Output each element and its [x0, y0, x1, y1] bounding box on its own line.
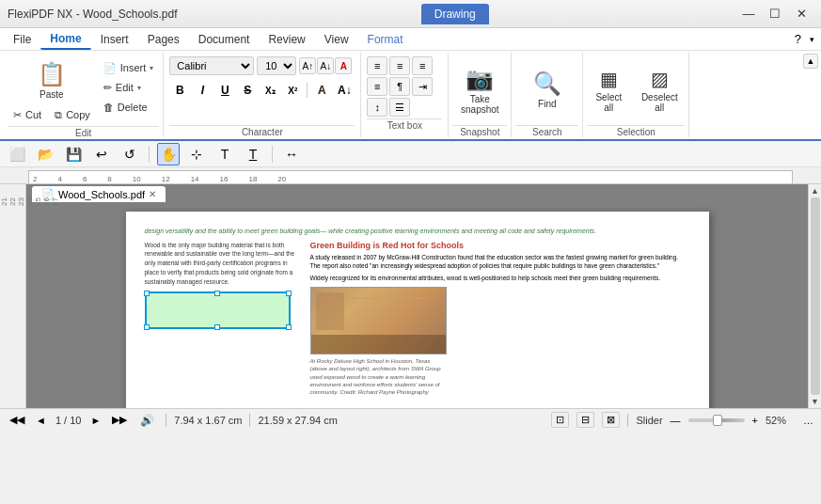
image-column	[316, 292, 344, 330]
menu-review[interactable]: Review	[259, 30, 314, 49]
undo-button[interactable]: ↩	[90, 143, 113, 165]
article-para2: Widely recognized for its environmental …	[310, 274, 690, 283]
menu-view[interactable]: View	[315, 30, 358, 49]
next-page-button[interactable]: ►	[88, 415, 103, 426]
font-color-button[interactable]: A	[335, 57, 352, 74]
scroll-down-button[interactable]: ▼	[811, 397, 819, 406]
selection-group-label: Selection	[587, 125, 685, 137]
deselect-all-button[interactable]: ▨ Deselect all	[634, 62, 685, 118]
text-tool-button[interactable]: T	[213, 143, 236, 165]
menu-pages[interactable]: Pages	[138, 30, 189, 49]
copy-icon: ⧉	[55, 109, 62, 121]
article-para1: A study released in 2007 by McGraw-Hill …	[310, 253, 690, 272]
font-size-select[interactable]: 10	[257, 56, 296, 75]
text-underline-tool-button[interactable]: T	[242, 143, 264, 165]
left-column-green-text: design versatility and the ability to me…	[145, 227, 690, 237]
snapshot-group-label: Snapshot	[452, 125, 507, 137]
delete-button[interactable]: 🗑 Delete	[98, 98, 160, 117]
select-tool-button[interactable]: ⬜	[6, 143, 28, 165]
superscript-button[interactable]: X²	[282, 81, 303, 100]
find-button[interactable]: 🔍 Find	[521, 62, 574, 118]
handle-bc[interactable]	[214, 324, 220, 330]
clear-format-button[interactable]: A↓	[334, 81, 355, 100]
paste-button[interactable]: 📋 Paste	[8, 56, 96, 103]
italic-button[interactable]: I	[192, 81, 213, 100]
resize-tool-button[interactable]: ↔	[280, 143, 303, 165]
status-sep-3	[627, 414, 628, 427]
selection-container	[145, 291, 295, 329]
status-bar: ◀◀ ◄ 1 / 10 ► ▶▶ 🔊 7.94 x 1.67 cm 21.59 …	[0, 408, 821, 431]
zoom-plus-button[interactable]: +	[752, 415, 758, 426]
menu-home[interactable]: Home	[40, 29, 90, 50]
scroll-up-button[interactable]: ▲	[811, 186, 819, 196]
layout-2-button[interactable]: ⊟	[576, 412, 594, 428]
font-highlight-button[interactable]: A	[311, 81, 332, 100]
page-content: design versatility and the ability to me…	[126, 212, 709, 408]
align-left-button[interactable]: ≡	[367, 56, 387, 75]
prev-page-button[interactable]: ◄	[34, 415, 48, 426]
crosshair-tool-button[interactable]: ⊹	[185, 143, 208, 165]
copy-button[interactable]: ⧉Copy	[49, 105, 96, 124]
help-expand[interactable]: ▾	[807, 35, 817, 44]
handle-tr[interactable]	[286, 291, 292, 296]
layout-1-button[interactable]: ⊡	[551, 412, 569, 428]
image-floor	[311, 335, 446, 354]
font-shrink-button[interactable]: A↓	[317, 57, 334, 74]
vertical-scrollbar[interactable]: ▲ ▼	[808, 184, 821, 408]
list-button[interactable]: ☰	[389, 98, 410, 117]
open-file-button[interactable]: 📂	[34, 143, 56, 165]
more-button[interactable]: …	[803, 415, 813, 426]
image-beam	[330, 297, 424, 299]
line-spacing-button[interactable]: ↕	[367, 98, 387, 117]
selected-element[interactable]	[145, 291, 291, 329]
format-sep	[307, 83, 308, 98]
help-button[interactable]: ?	[789, 32, 807, 46]
ribbon-collapse-button[interactable]: ▲	[803, 54, 818, 69]
edit-dropdown-arrow: ▾	[137, 84, 141, 92]
underline-button[interactable]: U	[214, 81, 235, 100]
subscript-button[interactable]: X₂	[260, 81, 280, 100]
ribbon: 📋 Paste ✂Cut ⧉Copy 📄 Insert ▾ ✏ Edit ▾	[0, 51, 821, 141]
font-family-select[interactable]: Calibri	[169, 56, 254, 75]
handle-tc[interactable]	[214, 291, 220, 296]
zoom-minus-button[interactable]: —	[671, 415, 681, 426]
cut-button[interactable]: ✂Cut	[8, 105, 47, 124]
layout-3-button[interactable]: ⊠	[602, 412, 620, 428]
last-page-button[interactable]: ▶▶	[110, 414, 129, 426]
zoom-slider[interactable]	[688, 418, 745, 422]
maximize-button[interactable]: ☐	[763, 5, 787, 24]
window-controls: — ☐ ✕	[736, 5, 813, 24]
zoom-slider-thumb[interactable]	[713, 415, 722, 426]
indent-button[interactable]: ⇥	[412, 77, 433, 96]
minimize-button[interactable]: —	[736, 5, 761, 24]
menu-insert[interactable]: Insert	[91, 30, 138, 49]
close-button[interactable]: ✕	[789, 5, 813, 24]
menu-file[interactable]: File	[4, 30, 40, 49]
align-center-button[interactable]: ≡	[389, 56, 410, 75]
paragraph-button[interactable]: ¶	[389, 77, 410, 96]
handle-tl[interactable]	[144, 291, 150, 296]
first-page-button[interactable]: ◀◀	[8, 414, 26, 426]
scrollbar-thumb[interactable]	[811, 197, 820, 395]
strikethrough-button[interactable]: S	[237, 81, 258, 100]
align-right-button[interactable]: ≡	[412, 56, 433, 75]
select-all-button[interactable]: ▦ Select all	[587, 62, 630, 118]
handle-bl[interactable]	[144, 324, 150, 330]
menu-format[interactable]: Format	[358, 30, 413, 49]
save-button[interactable]: 💾	[62, 143, 85, 165]
audio-button[interactable]: 🔊	[136, 414, 158, 427]
take-snapshot-button[interactable]: 📷 Take snapshot	[452, 62, 507, 118]
justify-button[interactable]: ≡	[367, 77, 387, 96]
menu-document[interactable]: Document	[189, 30, 260, 49]
hand-tool-button[interactable]: ✋	[157, 143, 180, 165]
handle-br[interactable]	[286, 324, 292, 330]
close-tab-button[interactable]: ✕	[149, 189, 156, 199]
document-scroll-area[interactable]: design versatility and the ability to me…	[26, 202, 808, 408]
font-grow-button[interactable]: A↑	[299, 57, 316, 74]
redo-button[interactable]: ↺	[118, 143, 141, 165]
bold-button[interactable]: B	[169, 81, 190, 100]
page-display: 1 / 10	[55, 415, 82, 426]
app-title: FlexiPDF NX - Wood_Schools.pdf	[8, 8, 178, 21]
edit-button[interactable]: ✏ Edit ▾	[98, 78, 160, 97]
insert-button[interactable]: 📄 Insert ▾	[98, 58, 160, 77]
